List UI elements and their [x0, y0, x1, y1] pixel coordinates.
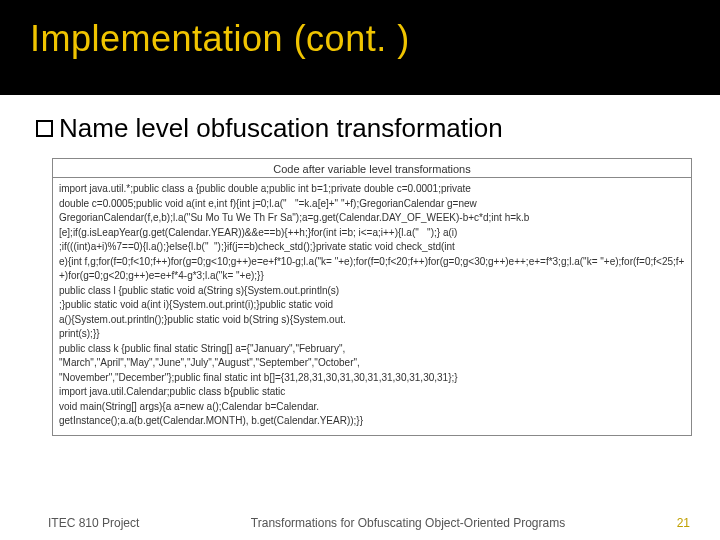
slide-footer: ITEC 810 Project Transformations for Obf…	[0, 516, 720, 530]
slide-title: Implementation (cont. )	[30, 18, 690, 60]
bullet-item: Name level obfuscation transformation	[36, 113, 684, 144]
code-table: Code after variable level transformation…	[52, 158, 692, 436]
square-bullet-icon	[36, 120, 53, 137]
title-bar: Implementation (cont. )	[0, 0, 720, 95]
code-caption: Code after variable level transformation…	[53, 159, 691, 178]
slide-content: Name level obfuscation transformation Co…	[0, 95, 720, 436]
page-number: 21	[677, 516, 690, 530]
footer-center: Transformations for Obfuscating Object-O…	[139, 516, 676, 530]
footer-left: ITEC 810 Project	[48, 516, 139, 530]
code-body: import java.util.*;public class a {publi…	[53, 178, 691, 435]
bullet-text: Name level obfuscation transformation	[59, 113, 503, 144]
